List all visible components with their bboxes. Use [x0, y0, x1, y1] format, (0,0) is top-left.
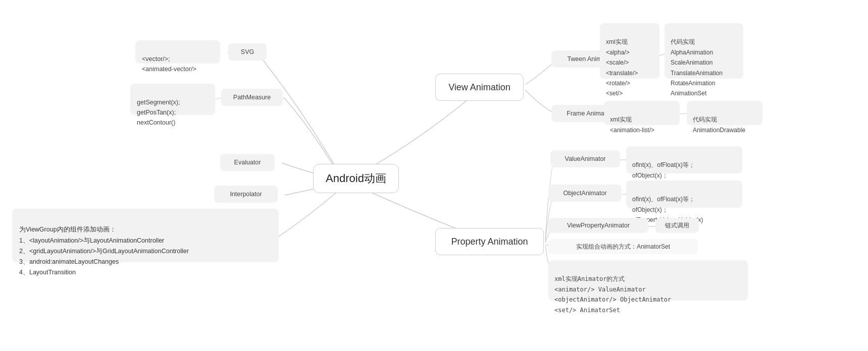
animatorset-detail-label: 实现组合动画的方式：AnimatorSet — [576, 242, 670, 252]
svg-label-node: SVG — [228, 43, 267, 61]
frame-xml-node: xml实现 <animation-list/> — [604, 101, 680, 125]
viewprop-detail-label: 链式调用 — [665, 220, 689, 230]
property-animation-node: Property Animation — [435, 228, 544, 255]
pathmeasure-detail-node: getSegment(x); getPosTan(x); nextContour… — [130, 84, 215, 115]
view-animation-node: View Animation — [435, 74, 524, 101]
tween-code-node: 代码实现 AlphaAnimation ScaleAnimation Trans… — [665, 23, 743, 79]
interpolator-label: Interpolator — [230, 189, 262, 199]
object-animator-label: ObjectAnimator — [563, 188, 606, 198]
tween-code-label: 代码实现 AlphaAnimation ScaleAnimation Trans… — [671, 38, 723, 97]
layout-detail-node: 为ViewGroup内的组件添加动画： 1、<layoutAnimation/>… — [12, 209, 279, 262]
animatorset-detail-node: 实现组合动画的方式：AnimatorSet — [548, 239, 698, 254]
mind-map-canvas: Android动画 <vector/>; <animated-vector/> … — [0, 0, 868, 351]
xml-animator-detail-node: xml实现Animator的方式 <animator/> ValueAnimat… — [548, 260, 748, 301]
svg-label: SVG — [241, 47, 254, 57]
layout-detail-label: 为ViewGroup内的组件添加动画： 1、<layoutAnimation/>… — [19, 226, 189, 276]
tween-xml-node: xml实现 <alpha/> <scale/> <translate/> <ro… — [600, 23, 659, 79]
frame-xml-label: xml实现 <animation-list/> — [610, 116, 654, 133]
center-node: Android动画 — [313, 164, 399, 193]
value-animator-detail-node: ofInt(x)、ofFloat(x)等； ofObject(x)； ofPro… — [626, 146, 742, 173]
property-animation-label: Property Animation — [451, 235, 528, 249]
view-animation-label: View Animation — [448, 80, 510, 95]
svg-detail-label: <vector/>; <animated-vector/> — [142, 55, 196, 73]
value-animator-label-node: ValueAnimator — [550, 150, 620, 167]
object-animator-detail-node: ofInt(x)、ofFloat(x)等； ofObject(x)； ofPro… — [626, 181, 742, 208]
pathmeasure-label: PathMeasure — [233, 92, 271, 102]
viewprop-detail-node: 链式调用 — [655, 218, 699, 233]
value-animator-label: ValueAnimator — [565, 154, 605, 164]
viewprop-label: ViewPropertyAnimator — [567, 220, 630, 230]
tween-xml-label: xml实现 <alpha/> <scale/> <translate/> <ro… — [606, 38, 638, 97]
pathmeasure-label-node: PathMeasure — [221, 89, 283, 106]
frame-code-node: 代码实现 AnimationDrawable — [687, 101, 762, 125]
xml-animator-detail-label: xml实现Animator的方式 <animator/> ValueAnimat… — [554, 275, 671, 313]
center-label: Android动画 — [326, 169, 386, 187]
frame-code-label: 代码实现 AnimationDrawable — [693, 116, 745, 133]
interpolator-label-node: Interpolator — [214, 186, 278, 203]
svg-detail-node: <vector/>; <animated-vector/> — [135, 40, 220, 64]
pathmeasure-detail-label: getSegment(x); getPosTan(x); nextContour… — [137, 99, 180, 126]
viewprop-label-node: ViewPropertyAnimator — [548, 218, 648, 233]
evaluator-label: Evaluator — [234, 157, 261, 167]
evaluator-label-node: Evaluator — [220, 154, 275, 171]
object-animator-label-node: ObjectAnimator — [548, 185, 622, 202]
